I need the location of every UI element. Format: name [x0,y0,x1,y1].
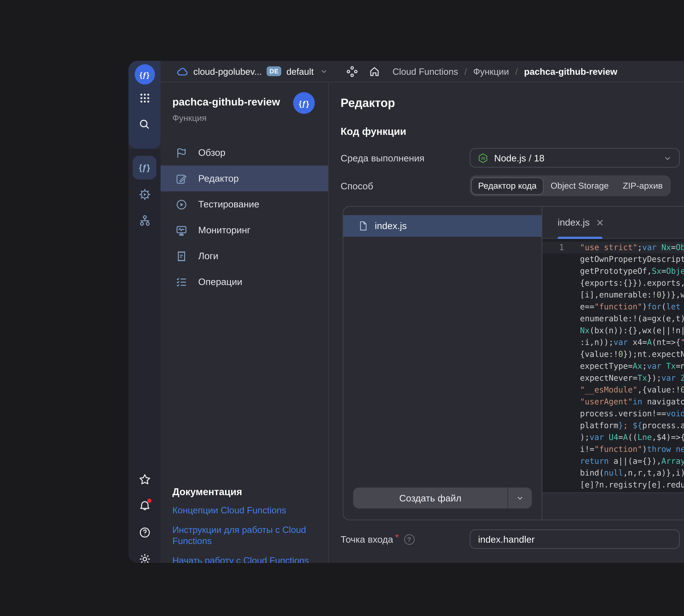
code-line: :i,n));var x4=A(nt=>{"use strict";Object… [542,337,684,349]
sidebar-item-testing[interactable]: Тестирование [160,191,328,217]
line-number [542,372,580,384]
editor-statusbar: JavaScript [542,492,684,520]
line-number [542,265,580,277]
doc-link[interactable]: Инструкции для работы с Cloud Functions [173,524,320,547]
code-line: process.version!==void 0?`Node.js/${proc… [542,408,684,420]
code-line: "userAgent"in navigator?navigator.userAg… [542,396,684,408]
code-line: getPrototypeOf,Sx=Object.prototype.hasOw… [542,265,684,277]
services-icon[interactable] [346,65,359,77]
rail-item-serverless-containers[interactable] [133,182,156,206]
documentation-title: Документация [173,486,320,497]
create-file-button: Создать файл [353,487,532,508]
code-line: platform}; ${process.arch})`:"<environme… [542,420,684,432]
chevron-down-icon [663,153,672,162]
monitor-icon [175,224,188,236]
settings-gear-icon[interactable] [129,546,161,563]
code-line: );var U4=A((Lne,$4)=>{$4.exports=R4;func… [542,432,684,443]
code-line: expectType=Ax;var Tx=n=>{throw new TypeE… [542,360,684,372]
rail-item-functions[interactable]: {ƒ} [133,156,156,179]
favorites-star-icon[interactable] [129,466,161,492]
notifications-bell-icon[interactable] [129,492,161,519]
line-number [542,349,580,360]
breadcrumb-item[interactable]: Cloud Functions [392,66,458,76]
function-nav: ОбзорРедакторТестированиеМониторингЛогиО… [160,140,328,295]
flag-icon [175,146,188,159]
breadcrumb-item[interactable]: pachca-github-review [524,66,617,76]
sidebar-item-logs[interactable]: Логи [160,243,328,269]
method-option[interactable]: ZIP-архив [616,177,670,195]
code-line: return a||(a={}),Array.isArray(e)?e.reve… [542,456,684,467]
sidebar-item-label: Обзор [198,148,225,158]
sidebar-item-label: Тестирование [198,199,259,210]
cloud-functions-logo[interactable]: {ƒ} [134,64,155,85]
rail-item-workflows[interactable] [133,209,156,233]
search-icon[interactable] [129,111,161,137]
breadcrumb-item[interactable]: Функции [473,66,509,76]
entrypoint-help-icon[interactable]: ? [404,534,414,545]
line-number [542,384,580,396]
code-panel: index.js Создать файл index.js [343,206,684,520]
line-number [542,479,580,491]
create-file-label[interactable]: Создать файл [353,493,507,503]
line-number [542,313,580,325]
project-switcher[interactable]: cloud-pgolubev... DE default [177,66,328,76]
code-line: [i],enumerable:!0})},wx=(n,e,i,a)=>{if(e… [542,289,684,301]
line-number [542,254,580,265]
line-number [542,301,580,313]
receipt-icon [175,250,188,262]
checklist-icon [175,276,188,288]
gear-play-icon [138,188,151,201]
sidebar-item-operations[interactable]: Операции [160,269,328,295]
function-header: pachca-github-review Функция {ƒ} [160,82,328,123]
runtime-select[interactable]: JS Node.js / 18 [470,148,680,168]
sidebar-item-monitoring[interactable]: Мониторинг [160,217,328,243]
play-icon [175,198,188,211]
topbar: cloud-pgolubev... DE default Cloud Funct… [160,61,684,82]
console-window: cloud-pgolubev... DE default Cloud Funct… [129,61,684,563]
documentation-block: Документация Концепции Cloud FunctionsИн… [173,486,320,563]
create-file-menu[interactable] [508,487,532,508]
line-number [542,408,580,420]
folder-badge: DE [267,66,281,76]
entrypoint-label: Точка входа* ? [341,534,414,545]
doc-link[interactable]: Начать работу с Cloud Functions [173,555,320,563]
cloud-icon [177,66,188,76]
doc-link[interactable]: Концепции Cloud Functions [173,505,320,516]
method-option[interactable]: Object Storage [544,177,616,195]
function-type: Функция [173,113,316,123]
file-name: index.js [375,221,407,231]
entrypoint-input[interactable] [470,529,680,549]
documentation-links: Концепции Cloud FunctionsИнструкции для … [173,505,320,563]
code-line: e=="function")for(let t of yx(e))!Sx.cal… [542,301,684,313]
sidebar-item-overview[interactable]: Обзор [160,140,328,166]
method-label: Способ [341,181,373,191]
editor-tabbar: index.js ✕ [542,207,684,239]
code-line: [e]?n.registry[e].reduce(function(t,r){r… [542,479,684,491]
sidebar-item-editor[interactable]: Редактор [160,166,328,191]
line-number [542,289,580,301]
method-option[interactable]: Редактор кода [471,177,544,195]
code-line: i!="function")throw new Error("method fo… [542,443,684,456]
active-tab-indicator [558,237,602,239]
code-line: bind(null,n,r,t,a)},i)():Promise.resolve… [542,467,684,479]
home-icon[interactable] [369,65,381,77]
code-area[interactable]: 1"use strict";var Nx=Object.create;var l… [542,239,684,492]
breadcrumb-separator: / [515,66,518,76]
function-badge: {ƒ} [293,92,315,114]
line-number [542,443,580,456]
line-number [542,337,580,349]
line-number [542,396,580,408]
file-item-indexjs[interactable]: index.js [343,215,542,237]
close-icon[interactable]: ✕ [596,218,604,227]
all-services-grid-icon[interactable] [129,85,161,111]
help-icon[interactable] [129,519,161,546]
project-name: cloud-pgolubev... [193,66,262,76]
code-line: {value:!0});nt.expectNever=nt.expectType… [542,349,684,360]
screen: cloud-pgolubev... DE default Cloud Funct… [0,0,684,616]
line-number: 1 [542,242,580,254]
tab-indexjs[interactable]: index.js ✕ [542,207,614,238]
file-tree: index.js Создать файл [343,207,542,520]
sidebar-rail: {ƒ} [129,149,161,563]
folder-name: default [287,66,314,76]
file-icon [359,221,368,231]
